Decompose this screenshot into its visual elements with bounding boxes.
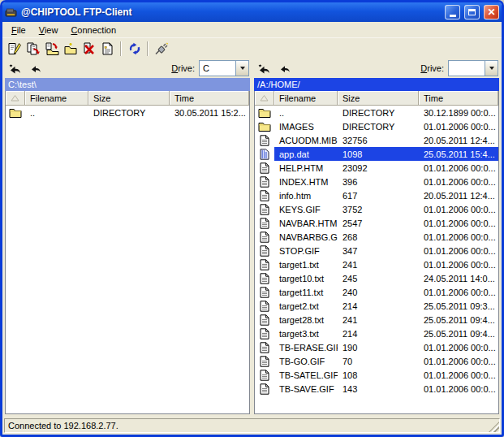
column-header-filename[interactable]: Filename (274, 91, 338, 106)
file-row[interactable]: NAVBAR.HTM254701.01.2006 00:0... (255, 216, 498, 230)
time-cell: 01.01.2006 00:0... (419, 175, 498, 188)
file-row[interactable]: IMAGESDIRECTORY01.01.2006 00:0... (255, 119, 498, 133)
file-row[interactable]: TB-ERASE.GIF19001.01.2006 00:0... (255, 340, 498, 354)
time-cell: 01.01.2006 00:0... (419, 119, 498, 133)
window-title: @CHIPTOOL FTP-Client (21, 6, 441, 18)
size-cell: DIRECTORY (338, 106, 419, 119)
time-cell: 01.01.2006 00:0... (419, 244, 498, 257)
size-cell: 245 (338, 271, 419, 285)
file-row[interactable]: TB-SAVE.GIF14301.01.2006 00:0... (255, 382, 498, 396)
remote-path-bar: /A:/HOME/ (254, 78, 499, 91)
remote-dir-up-button[interactable] (255, 61, 273, 76)
menubar: FileViewConnection (2, 22, 502, 38)
column-header-filename[interactable]: Filename (25, 91, 88, 106)
file-panes: Drive: C C:\test\ Filename Size Time ..D… (2, 58, 502, 417)
file-row[interactable]: app.dat109825.05.2011 15:4... (255, 147, 498, 161)
local-path-bar: C:\test\ (5, 78, 250, 91)
remote-drive-combo[interactable] (448, 60, 498, 76)
doc-icon (255, 161, 274, 175)
file-row[interactable]: TB-GO.GIF7001.01.2006 00:0... (255, 354, 498, 368)
minimize-button[interactable] (445, 5, 460, 19)
local-drive-combo[interactable]: C (199, 60, 249, 76)
filename-cell: TB-GO.GIF (274, 354, 338, 368)
file-row[interactable]: HELP.HTM2309201.01.2006 00:0... (255, 161, 498, 175)
file-row[interactable]: target28.txt24125.05.2011 09:4... (255, 313, 498, 327)
time-cell: 01.01.2006 00:0... (419, 161, 498, 175)
folder-icon (255, 119, 274, 133)
time-cell: 01.01.2006 00:0... (419, 216, 498, 230)
file-row[interactable]: ..DIRECTORY30.05.2011 15:2... (6, 106, 249, 119)
file-row[interactable]: INDEX.HTM39601.01.2006 00:0... (255, 175, 498, 188)
file-row[interactable]: NAVBARBG.GIF26801.01.2006 00:0... (255, 230, 498, 244)
toolbar-separator (120, 41, 122, 56)
copy-file-button[interactable] (24, 40, 42, 58)
size-cell: 32756 (338, 133, 419, 147)
file-row[interactable]: target10.txt24524.05.2011 14:0... (255, 271, 498, 285)
file-row[interactable]: KEYS.GIF375201.01.2006 00:0... (255, 202, 498, 216)
menu-item-view[interactable]: View (32, 24, 65, 37)
download-file-button[interactable] (42, 40, 61, 58)
size-cell: 214 (338, 299, 419, 313)
file-row[interactable]: ..DIRECTORY30.12.1899 00:0... (255, 106, 498, 119)
local-pane: Drive: C C:\test\ Filename Size Time ..D… (5, 58, 250, 414)
up-arrow-icon (278, 63, 291, 74)
local-dir-back-button[interactable] (26, 61, 44, 76)
file-row[interactable]: target11.txt24001.01.2006 00:0... (255, 285, 498, 299)
menu-item-connection[interactable]: Connection (64, 24, 123, 37)
remote-drive-dropdown-button[interactable] (485, 61, 498, 76)
menu-item-file[interactable]: File (5, 24, 32, 37)
filename-cell: app.dat (274, 147, 338, 161)
refresh-button[interactable] (125, 40, 144, 58)
maximize-icon (468, 9, 476, 15)
doc-icon (255, 244, 274, 257)
remote-list-body: ..DIRECTORY30.12.1899 00:0...IMAGESDIREC… (255, 106, 498, 413)
delete-file-button[interactable] (80, 40, 98, 58)
sort-indicator[interactable] (255, 91, 274, 106)
maximize-button[interactable] (464, 5, 480, 19)
local-drive-value: C (200, 61, 235, 76)
sort-indicator[interactable] (6, 91, 25, 106)
column-header-time[interactable]: Time (419, 91, 498, 106)
filename-cell: TB-SATEL.GIF (274, 368, 338, 382)
file-row[interactable]: ACUODM.MIB3275620.05.2011 12:4... (255, 133, 498, 147)
column-header-size[interactable]: Size (88, 91, 170, 106)
file-row[interactable]: STOP.GIF34701.01.2006 00:0... (255, 244, 498, 257)
column-header-size[interactable]: Size (338, 91, 419, 106)
doc-icon (255, 313, 274, 327)
edit-file-button[interactable] (5, 40, 24, 58)
remote-file-list: Filename Size Time ..DIRECTORY30.12.1899… (254, 91, 499, 414)
column-header-time[interactable]: Time (170, 91, 249, 106)
new-folder-button[interactable] (61, 40, 80, 58)
local-list-header: Filename Size Time (6, 91, 249, 106)
filename-cell: target2.txt (274, 299, 338, 313)
minimize-icon (450, 15, 456, 17)
file-row[interactable]: target3.txt21425.05.2011 09:4... (255, 327, 498, 340)
local-pane-toolbar: Drive: C (5, 58, 250, 78)
titlebar[interactable]: @CHIPTOOL FTP-Client ✕ (2, 2, 502, 22)
local-dir-up-button[interactable] (6, 61, 24, 76)
filename-cell: TB-SAVE.GIF (274, 382, 338, 396)
file-row[interactable]: info.htm61720.05.2011 12:4... (255, 188, 498, 202)
close-button[interactable]: ✕ (484, 5, 499, 19)
size-cell: 241 (338, 257, 419, 271)
status-text: Connected to 192.168.2.77. (4, 418, 500, 433)
filename-cell: STOP.GIF (274, 244, 338, 257)
filename-cell: target10.txt (274, 271, 338, 285)
up-arrow-star-icon (257, 63, 271, 74)
file-row[interactable]: target2.txt21425.05.2011 09:3... (255, 299, 498, 313)
remote-list-header: Filename Size Time (255, 91, 498, 106)
size-cell: 617 (338, 188, 419, 202)
file-row[interactable]: target1.txt24101.01.2006 00:0... (255, 257, 498, 271)
doc-icon (255, 216, 274, 230)
remote-pane: Drive: /A:/HOME/ Filename Size Time ..DI… (254, 58, 499, 414)
connect-button[interactable] (152, 40, 170, 58)
chevron-down-icon (240, 67, 245, 70)
remote-dir-back-button[interactable] (275, 61, 293, 76)
folder-icon (6, 106, 25, 119)
local-drive-dropdown-button[interactable] (235, 61, 248, 76)
file-properties-button[interactable] (98, 40, 117, 58)
doc-icon (255, 188, 274, 202)
folder-icon (255, 106, 274, 119)
file-row[interactable]: TB-SATEL.GIF10801.01.2006 00:0... (255, 368, 498, 382)
size-cell: 2547 (338, 216, 419, 230)
